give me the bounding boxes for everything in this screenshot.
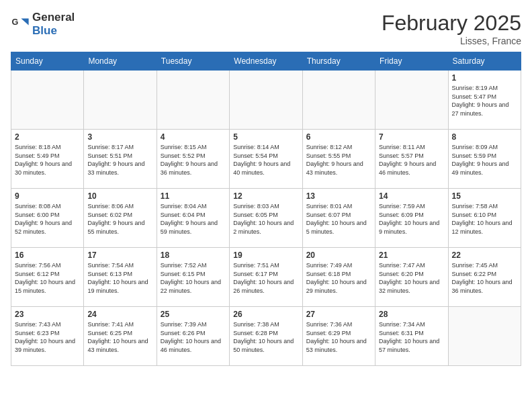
calendar-cell	[230, 71, 302, 130]
day-info: Sunrise: 8:17 AM Sunset: 5:51 PM Dayligh…	[87, 143, 152, 177]
calendar-cell: 15Sunrise: 7:58 AM Sunset: 6:10 PM Dayli…	[448, 189, 521, 248]
day-number: 2	[15, 132, 80, 142]
weekday-header-saturday: Saturday	[448, 52, 521, 71]
day-number: 24	[87, 310, 152, 319]
svg-text:G: G	[11, 17, 18, 27]
day-info: Sunrise: 7:59 AM Sunset: 6:09 PM Dayligh…	[379, 202, 444, 236]
calendar-cell: 2Sunrise: 8:18 AM Sunset: 5:49 PM Daylig…	[11, 130, 84, 189]
calendar-week-row: 1Sunrise: 8:19 AM Sunset: 5:47 PM Daylig…	[11, 71, 521, 130]
day-info: Sunrise: 7:39 AM Sunset: 6:26 PM Dayligh…	[161, 320, 226, 354]
day-info: Sunrise: 8:18 AM Sunset: 5:49 PM Dayligh…	[15, 143, 80, 177]
day-info: Sunrise: 8:15 AM Sunset: 5:52 PM Dayligh…	[161, 143, 226, 177]
calendar-week-row: 16Sunrise: 7:56 AM Sunset: 6:12 PM Dayli…	[11, 248, 521, 307]
day-info: Sunrise: 8:19 AM Sunset: 5:47 PM Dayligh…	[452, 84, 517, 118]
calendar-cell: 8Sunrise: 8:09 AM Sunset: 5:59 PM Daylig…	[448, 130, 521, 189]
day-info: Sunrise: 7:54 AM Sunset: 6:13 PM Dayligh…	[87, 261, 152, 295]
day-number: 28	[379, 310, 444, 319]
weekday-header-monday: Monday	[84, 52, 157, 71]
calendar-cell: 10Sunrise: 8:06 AM Sunset: 6:02 PM Dayli…	[84, 189, 157, 248]
day-info: Sunrise: 7:41 AM Sunset: 6:25 PM Dayligh…	[87, 320, 152, 354]
calendar-week-row: 23Sunrise: 7:43 AM Sunset: 6:23 PM Dayli…	[11, 307, 521, 366]
calendar-cell	[157, 71, 229, 130]
page-header: G General Blue February 2025 Lisses, Fra…	[11, 11, 521, 46]
logo: G General Blue	[11, 11, 75, 38]
day-number: 18	[161, 250, 226, 260]
weekday-header-thursday: Thursday	[302, 52, 375, 71]
calendar-cell: 13Sunrise: 8:01 AM Sunset: 6:07 PM Dayli…	[302, 189, 375, 248]
day-number: 22	[452, 250, 517, 260]
weekday-header-tuesday: Tuesday	[157, 52, 229, 71]
day-number: 13	[306, 191, 371, 201]
month-year-title: February 2025	[382, 11, 521, 36]
day-number: 4	[161, 132, 226, 142]
day-info: Sunrise: 8:11 AM Sunset: 5:57 PM Dayligh…	[379, 143, 444, 177]
calendar-table: SundayMondayTuesdayWednesdayThursdayFrid…	[11, 52, 521, 366]
day-number: 8	[452, 132, 517, 142]
day-info: Sunrise: 7:58 AM Sunset: 6:10 PM Dayligh…	[452, 202, 517, 236]
svg-marker-1	[21, 19, 28, 26]
day-info: Sunrise: 7:34 AM Sunset: 6:31 PM Dayligh…	[379, 320, 444, 354]
day-number: 20	[306, 250, 371, 260]
calendar-week-row: 2Sunrise: 8:18 AM Sunset: 5:49 PM Daylig…	[11, 130, 521, 189]
day-number: 19	[233, 250, 298, 260]
day-info: Sunrise: 7:38 AM Sunset: 6:28 PM Dayligh…	[233, 320, 298, 354]
calendar-cell: 1Sunrise: 8:19 AM Sunset: 5:47 PM Daylig…	[448, 71, 521, 130]
day-number: 3	[87, 132, 152, 142]
day-info: Sunrise: 8:08 AM Sunset: 6:00 PM Dayligh…	[15, 202, 80, 236]
calendar-cell: 5Sunrise: 8:14 AM Sunset: 5:54 PM Daylig…	[230, 130, 302, 189]
day-number: 21	[379, 250, 444, 260]
day-number: 9	[15, 191, 80, 201]
weekday-header-friday: Friday	[375, 52, 448, 71]
day-number: 14	[379, 191, 444, 201]
day-info: Sunrise: 8:12 AM Sunset: 5:55 PM Dayligh…	[306, 143, 371, 177]
day-info: Sunrise: 7:49 AM Sunset: 6:18 PM Dayligh…	[306, 261, 371, 295]
calendar-cell	[448, 307, 521, 366]
day-number: 10	[87, 191, 152, 201]
logo-icon: G	[11, 15, 30, 34]
title-block: February 2025 Lisses, France	[382, 11, 521, 46]
calendar-cell: 4Sunrise: 8:15 AM Sunset: 5:52 PM Daylig…	[157, 130, 229, 189]
day-info: Sunrise: 7:36 AM Sunset: 6:29 PM Dayligh…	[306, 320, 371, 354]
calendar-cell: 3Sunrise: 8:17 AM Sunset: 5:51 PM Daylig…	[84, 130, 157, 189]
calendar-cell: 21Sunrise: 7:47 AM Sunset: 6:20 PM Dayli…	[375, 248, 448, 307]
day-info: Sunrise: 7:43 AM Sunset: 6:23 PM Dayligh…	[15, 320, 80, 354]
weekday-header-sunday: Sunday	[11, 52, 84, 71]
day-number: 27	[306, 310, 371, 319]
calendar-cell	[11, 71, 84, 130]
calendar-cell: 26Sunrise: 7:38 AM Sunset: 6:28 PM Dayli…	[230, 307, 302, 366]
day-info: Sunrise: 8:09 AM Sunset: 5:59 PM Dayligh…	[452, 143, 517, 177]
day-number: 25	[161, 310, 226, 319]
calendar-cell: 7Sunrise: 8:11 AM Sunset: 5:57 PM Daylig…	[375, 130, 448, 189]
calendar-cell: 22Sunrise: 7:45 AM Sunset: 6:22 PM Dayli…	[448, 248, 521, 307]
calendar-cell: 9Sunrise: 8:08 AM Sunset: 6:00 PM Daylig…	[11, 189, 84, 248]
day-info: Sunrise: 7:56 AM Sunset: 6:12 PM Dayligh…	[15, 261, 80, 295]
logo-general: General	[32, 11, 75, 24]
day-number: 6	[306, 132, 371, 142]
weekday-header-row: SundayMondayTuesdayWednesdayThursdayFrid…	[11, 52, 521, 71]
calendar-week-row: 9Sunrise: 8:08 AM Sunset: 6:00 PM Daylig…	[11, 189, 521, 248]
calendar-cell: 6Sunrise: 8:12 AM Sunset: 5:55 PM Daylig…	[302, 130, 375, 189]
day-number: 15	[452, 191, 517, 201]
day-info: Sunrise: 8:04 AM Sunset: 6:04 PM Dayligh…	[161, 202, 226, 236]
calendar-cell: 23Sunrise: 7:43 AM Sunset: 6:23 PM Dayli…	[11, 307, 84, 366]
location-subtitle: Lisses, France	[382, 36, 521, 46]
calendar-cell: 17Sunrise: 7:54 AM Sunset: 6:13 PM Dayli…	[84, 248, 157, 307]
calendar-cell: 19Sunrise: 7:51 AM Sunset: 6:17 PM Dayli…	[230, 248, 302, 307]
calendar-cell: 20Sunrise: 7:49 AM Sunset: 6:18 PM Dayli…	[302, 248, 375, 307]
day-info: Sunrise: 7:47 AM Sunset: 6:20 PM Dayligh…	[379, 261, 444, 295]
day-info: Sunrise: 7:45 AM Sunset: 6:22 PM Dayligh…	[452, 261, 517, 295]
day-number: 17	[87, 250, 152, 260]
weekday-header-wednesday: Wednesday	[230, 52, 302, 71]
day-info: Sunrise: 7:52 AM Sunset: 6:15 PM Dayligh…	[161, 261, 226, 295]
calendar-cell: 12Sunrise: 8:03 AM Sunset: 6:05 PM Dayli…	[230, 189, 302, 248]
calendar-cell	[302, 71, 375, 130]
calendar-cell: 11Sunrise: 8:04 AM Sunset: 6:04 PM Dayli…	[157, 189, 229, 248]
day-number: 5	[233, 132, 298, 142]
day-number: 1	[452, 73, 517, 83]
calendar-cell: 27Sunrise: 7:36 AM Sunset: 6:29 PM Dayli…	[302, 307, 375, 366]
calendar-cell: 16Sunrise: 7:56 AM Sunset: 6:12 PM Dayli…	[11, 248, 84, 307]
calendar-cell	[375, 71, 448, 130]
day-number: 12	[233, 191, 298, 201]
day-number: 11	[161, 191, 226, 201]
calendar-cell: 14Sunrise: 7:59 AM Sunset: 6:09 PM Dayli…	[375, 189, 448, 248]
